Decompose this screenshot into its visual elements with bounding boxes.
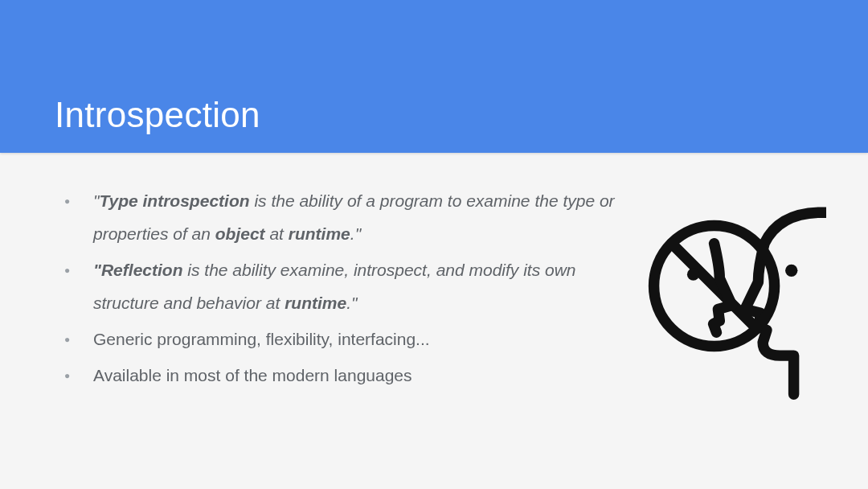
bullet-text-segment: "Reflection: [93, 261, 182, 279]
svg-point-2: [687, 268, 699, 280]
slide-content: "Type introspection is the ability of a …: [0, 153, 868, 402]
bullet-item: Available in most of the modern language…: [55, 360, 617, 392]
slide-illustration: [617, 193, 826, 402]
bullet-item: "Type introspection is the ability of a …: [55, 185, 617, 251]
bullet-item: "Reflection is the ability examine, intr…: [55, 254, 617, 320]
bullet-text-segment: .": [346, 294, 357, 312]
bullet-text-segment: runtime: [289, 224, 350, 243]
bullet-text-segment: at: [265, 224, 289, 243]
svg-point-3: [785, 265, 797, 277]
bullet-text-segment: object: [215, 224, 265, 243]
slide-title: Introspection: [55, 95, 260, 135]
slide-header: Introspection: [0, 0, 868, 153]
bullet-text-segment: Available in most of the modern language…: [93, 366, 412, 384]
bullet-text-segment: Generic programming, flexibility, interf…: [93, 330, 430, 348]
bullet-text-segment: Type introspection: [99, 191, 249, 210]
bullet-list: "Type introspection is the ability of a …: [55, 185, 617, 392]
bullet-list-area: "Type introspection is the ability of a …: [55, 185, 617, 396]
bullet-text-segment: runtime: [285, 294, 346, 312]
bullet-text-segment: .": [350, 224, 361, 243]
bullet-item: Generic programming, flexibility, interf…: [55, 323, 617, 356]
introspection-faces-icon: [625, 193, 826, 402]
